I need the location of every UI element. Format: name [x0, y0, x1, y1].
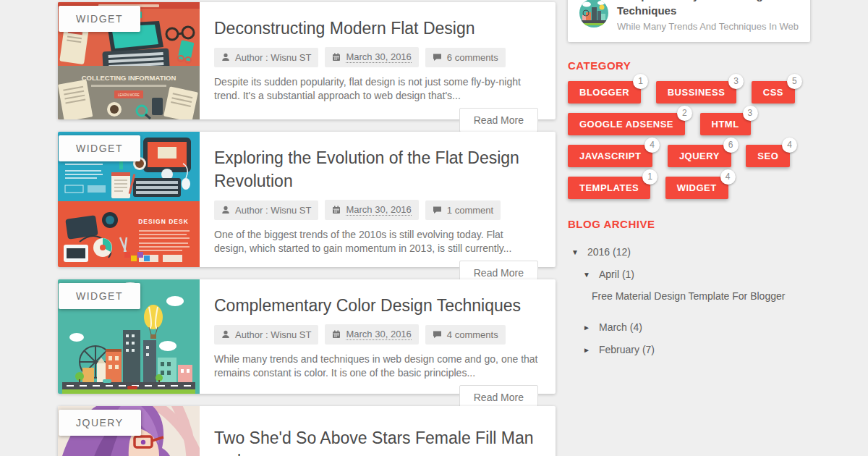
tag-count-badge: 2 [677, 106, 692, 121]
tag-count-badge: 4 [720, 169, 736, 185]
category-tag-button[interactable]: BLOGGER1 [568, 81, 641, 104]
archive-month-toggle[interactable]: ▼ April (1) [568, 269, 814, 280]
post-meta-row: Author : Wisnu ST March 30, 2016 6 comme… [214, 47, 538, 67]
post-title[interactable]: Exploring the Evolution of the Flat Desi… [214, 146, 538, 193]
calendar-icon [332, 330, 341, 339]
post-thumbnail[interactable]: DESIGN DESK [58, 132, 200, 267]
post-body: Exploring the Evolution of the Flat Desi… [200, 132, 556, 267]
tag-count-badge: 6 [723, 138, 739, 153]
read-more-button[interactable]: Read More [459, 108, 538, 132]
triangle-right-icon[interactable]: ► [583, 346, 599, 354]
calendar-icon [332, 53, 341, 62]
archive-year-toggle[interactable]: ▼ 2016 (12) [568, 246, 814, 258]
post-excerpt: One of the biggest trends of the 2010s i… [214, 228, 538, 255]
post-card: JQUERY Two She'd So Above Stars Female F… [58, 406, 556, 456]
popular-post-thumbnail[interactable] [579, 0, 608, 28]
post-excerpt: While many trends and techniques in web … [214, 352, 538, 379]
popular-post-title[interactable]: Complementary Color Design Techniques [617, 0, 800, 18]
popular-post-snippet: While Many Trends And Techniques In Web … [617, 21, 800, 32]
date-chip[interactable]: March 30, 2016 [325, 47, 418, 67]
triangle-down-icon[interactable]: ▼ [571, 248, 587, 256]
date-chip[interactable]: March 30, 2016 [325, 324, 418, 345]
tag-count-badge: 1 [642, 169, 658, 185]
archive-month-toggle[interactable]: ► March (4) [568, 321, 814, 333]
tag-count-badge: 3 [728, 74, 744, 89]
post-title[interactable]: Two She'd So Above Stars Female Fill Man… [214, 426, 538, 456]
archive-heading: BLOG ARCHIVE [568, 218, 814, 230]
triangle-right-icon[interactable]: ► [583, 324, 599, 332]
svg-text:COLLECTING INFORMATION: COLLECTING INFORMATION [82, 74, 176, 82]
post-tag-chip[interactable]: WIDGET [59, 135, 140, 161]
post-card: WIDGET Complementary Color Design Techni… [58, 279, 556, 394]
post-title[interactable]: Deconstructing Modern Flat Design [214, 17, 538, 40]
author-chip[interactable]: Author : Wisnu ST [214, 200, 318, 220]
tag-count-badge: 1 [633, 74, 648, 89]
category-tag-button[interactable]: GOOGLE ADSENSE2 [568, 113, 685, 135]
post-tag-chip[interactable]: WIDGET [59, 283, 140, 309]
post-thumbnail[interactable]: COLLECTING INFORMATION LEARN MORE WIDGET [58, 2, 200, 119]
comments-chip[interactable]: 6 comments [425, 48, 506, 67]
city-thumb-illustration [579, 0, 608, 28]
person-icon [221, 206, 230, 214]
posts-list: COLLECTING INFORMATION LEARN MORE WIDGET [58, 2, 556, 456]
calendar-icon [332, 206, 341, 214]
category-tag-button[interactable]: BUSSINESS3 [656, 81, 737, 104]
category-tag-button[interactable]: TEMPLATES1 [568, 177, 650, 199]
post-title[interactable]: Complementary Color Design Techniques [214, 294, 538, 317]
post-card: DESIGN DESK [58, 132, 556, 267]
author-chip[interactable]: Author : Wisnu ST [214, 325, 318, 345]
svg-text:DESIGN DESK: DESIGN DESK [138, 218, 189, 225]
comments-chip[interactable]: 1 comment [425, 200, 501, 220]
category-tag-button[interactable]: JAVASCRIPT4 [568, 145, 652, 167]
category-widget: CATEGORY BLOGGER1 BUSSINESS3 CSS5 GOOGLE… [568, 59, 814, 199]
popular-post-text: Complementary Color Design Techniques Wh… [617, 0, 810, 32]
comments-chip[interactable]: 4 comments [425, 325, 506, 345]
category-tag-button[interactable]: HTML3 [700, 113, 751, 135]
post-tag-chip[interactable]: WIDGET [59, 6, 140, 32]
archive-post-link[interactable]: Free Material Design Template For Blogge… [568, 290, 814, 302]
person-icon [221, 330, 230, 339]
comment-icon [433, 206, 442, 214]
post-body: Deconstructing Modern Flat Design Author… [200, 2, 556, 119]
post-meta-row: Author : Wisnu ST March 30, 2016 1 comme… [214, 200, 538, 220]
date-chip[interactable]: March 30, 2016 [325, 200, 418, 220]
post-card: COLLECTING INFORMATION LEARN MORE WIDGET [58, 2, 556, 119]
post-meta-row: Author : Wisnu ST March 30, 2016 4 comme… [214, 324, 538, 345]
post-excerpt: Despite its sudden popularity, flat desi… [214, 75, 538, 102]
comment-icon [433, 330, 442, 339]
tag-count-badge: 5 [787, 74, 802, 89]
tag-count-badge: 3 [743, 106, 758, 121]
category-tag-list: BLOGGER1 BUSSINESS3 CSS5 GOOGLE ADSENSE2… [568, 81, 814, 199]
popular-post-card[interactable]: Complementary Color Design Techniques Wh… [568, 0, 810, 42]
svg-text:LEARN MORE: LEARN MORE [118, 93, 140, 97]
category-tag-button[interactable]: JQUERY6 [668, 145, 731, 167]
person-icon [221, 53, 230, 62]
post-body: Two She'd So Above Stars Female Fill Man… [200, 406, 556, 456]
comment-icon [433, 53, 442, 62]
archive-month-toggle[interactable]: ► February (7) [568, 344, 814, 355]
triangle-down-icon[interactable]: ▼ [583, 271, 599, 279]
category-tag-button[interactable]: WIDGET4 [665, 177, 728, 199]
tag-count-badge: 4 [782, 138, 797, 153]
post-body: Complementary Color Design Techniques Au… [200, 279, 556, 394]
post-thumbnail[interactable]: WIDGET [58, 279, 200, 394]
tag-count-badge: 4 [644, 138, 660, 153]
author-chip[interactable]: Author : Wisnu ST [214, 48, 318, 67]
category-tag-button[interactable]: CSS5 [752, 81, 795, 104]
category-tag-button[interactable]: SEO4 [746, 145, 790, 167]
category-heading: CATEGORY [568, 59, 814, 72]
blog-archive-widget: BLOG ARCHIVE ▼ 2016 (12) ▼ April (1) Fre… [568, 218, 814, 355]
post-tag-chip[interactable]: JQUERY [59, 410, 141, 436]
post-thumbnail[interactable]: JQUERY [58, 406, 200, 456]
